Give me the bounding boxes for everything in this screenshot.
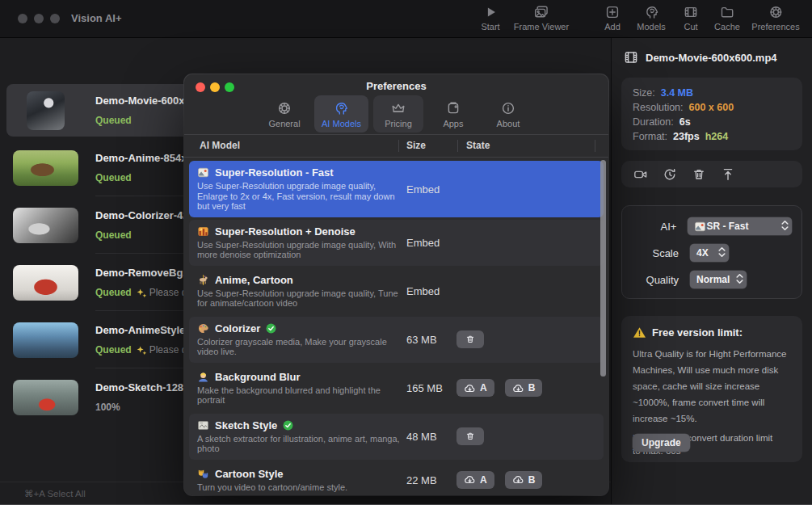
model-description: Make the background blurred and highligh… <box>197 385 406 406</box>
delete-model-button[interactable] <box>456 330 484 348</box>
toolbar-button-cut[interactable]: Cut <box>683 4 699 32</box>
file-status: Queued <box>95 229 132 241</box>
model-row[interactable]: Anime, CartoonUse Super-Resolution upgra… <box>189 268 604 314</box>
info-size-row: Size: 3.4 MB <box>633 86 791 100</box>
model-title: Cartoon Style <box>215 467 284 481</box>
download-model-b-button[interactable]: B <box>505 379 543 397</box>
dropdown-chevrons-icon <box>717 246 726 260</box>
picture-icon <box>197 166 209 179</box>
film-icon <box>623 49 639 65</box>
upgrade-button[interactable]: Upgrade <box>633 434 690 452</box>
toolbar-button-frame-viewer[interactable]: Frame Viewer <box>514 4 569 32</box>
video-thumbnail-anime-horses <box>13 150 78 186</box>
model-title: Sketch Style <box>215 419 277 432</box>
duration-value: 6s <box>679 116 691 128</box>
scale-label: Scale <box>632 247 679 259</box>
file-action-camera-button[interactable] <box>633 166 649 183</box>
model-size-or-state: 22 MB <box>406 473 437 486</box>
video-thumbnail-bw-photo <box>13 208 78 243</box>
toolbar-button-label: Cache <box>714 22 740 32</box>
file-status: Queued <box>95 344 132 356</box>
model-table-scrollbar[interactable] <box>600 160 606 467</box>
dialog-title: Preferences <box>184 80 608 92</box>
file-action-trash-button[interactable] <box>691 166 707 183</box>
tab-general[interactable]: General <box>259 95 309 133</box>
model-size-or-state: Embed <box>406 285 440 297</box>
tab-pricing[interactable]: Pricing <box>373 95 423 133</box>
ai-model-dropdown[interactable]: SR - Fast <box>688 217 792 235</box>
download-model-b-button[interactable]: B <box>505 471 543 489</box>
download-model-a-button[interactable]: A <box>456 379 494 397</box>
column-separator <box>457 140 458 152</box>
column-state: State <box>466 140 490 151</box>
file-action-history-button[interactable] <box>662 166 678 183</box>
model-row[interactable]: Super-Resolution - FastUse Super-Resolut… <box>189 161 604 217</box>
info-icon <box>500 100 516 116</box>
model-description: Use Super-Resolution upgrade image quali… <box>197 181 406 212</box>
toolbar-button-label: Start <box>481 22 499 32</box>
add-icon <box>604 4 621 20</box>
sketch-frame-icon <box>197 419 209 431</box>
download-model-a-button[interactable]: A <box>456 471 494 489</box>
video-thumbnail-race-game <box>13 380 78 415</box>
model-row[interactable]: Sketch StyleA sketch extractor for illus… <box>189 414 604 460</box>
gear-icon <box>276 100 292 116</box>
cut-icon <box>683 4 699 20</box>
limit-title: Free version limit: <box>652 326 743 339</box>
delete-model-button[interactable] <box>456 427 484 445</box>
file-status: Queued <box>95 172 132 183</box>
column-separator <box>595 140 595 152</box>
info-duration-row: Duration: 6s <box>633 115 791 129</box>
models-icon <box>333 100 349 116</box>
size-value: 3.4 MB <box>661 87 693 99</box>
tab-ai-models[interactable]: AI Models <box>314 95 368 133</box>
model-row[interactable]: Super-Resolution + DenoiseUse Super-Reso… <box>189 220 604 266</box>
free-version-limit-card: Free version limit: Ultra Quality is for… <box>621 316 802 462</box>
model-title: Super-Resolution - Fast <box>215 166 334 179</box>
tab-label: AI Models <box>322 119 361 128</box>
installed-check-badge-icon <box>266 323 276 334</box>
file-action-export-button[interactable] <box>720 166 736 183</box>
window-zoom-button[interactable] <box>50 14 60 23</box>
tab-apps[interactable]: Apps <box>428 95 478 133</box>
video-thumbnail-anime-street <box>13 322 78 358</box>
tab-label: Apps <box>443 119 463 128</box>
codec-value: h264 <box>705 131 729 142</box>
scale-dropdown[interactable]: 4X <box>690 244 729 262</box>
tab-label: About <box>497 119 520 128</box>
resolution-value: 600 x 600 <box>689 102 734 113</box>
toolbar-button-cache[interactable]: Cache <box>714 4 740 32</box>
inspector-file-title: Demo-Movie-600x600.mp4 <box>623 49 777 65</box>
window-minimize-button[interactable] <box>34 14 44 23</box>
toolbar-button-start[interactable]: Start <box>481 4 499 32</box>
toolbar-button-models[interactable]: Models <box>637 4 665 32</box>
tab-about[interactable]: About <box>483 95 533 133</box>
dropdown-chevrons-icon <box>780 220 789 234</box>
toolbar-button-label: Preferences <box>751 22 799 32</box>
cache-icon <box>719 4 735 20</box>
toolbar-button-preferences[interactable]: Preferences <box>751 4 799 32</box>
play-icon <box>482 4 499 20</box>
toolbar-button-label: Add <box>604 22 621 32</box>
model-title: Background Blur <box>215 370 300 384</box>
model-row[interactable]: Cartoon StyleTurn you video to cartoon/a… <box>189 462 604 496</box>
model-size-or-state: Embed <box>406 237 440 249</box>
file-status: Queued <box>95 115 132 126</box>
info-format-row: Format: 23fps h264 <box>633 129 791 144</box>
quality-dropdown[interactable]: Normal <box>690 271 747 288</box>
gear-icon <box>768 4 784 20</box>
model-description: Colorizer grayscale media, Make your gra… <box>197 337 406 357</box>
file-actions-card <box>621 161 802 187</box>
scrollbar-thumb[interactable] <box>600 160 606 377</box>
toolbar-button-add[interactable]: Add <box>604 4 621 32</box>
file-status: 100% <box>95 402 120 413</box>
model-row[interactable]: ColorizerColorizer grayscale media, Make… <box>189 317 604 363</box>
model-row[interactable]: Background BlurMake the background blurr… <box>189 365 604 411</box>
window-close-button[interactable] <box>18 14 27 23</box>
crown-icon <box>390 100 406 116</box>
model-description: A sketch extractor for illustration, ani… <box>197 434 406 454</box>
select-all-hint: ⌘+A Select All <box>24 488 86 499</box>
portrait-icon <box>197 371 209 383</box>
model-title: Anime, Cartoon <box>215 273 293 287</box>
limit-body: Ultra Quality is for Hight Performance M… <box>633 346 791 427</box>
